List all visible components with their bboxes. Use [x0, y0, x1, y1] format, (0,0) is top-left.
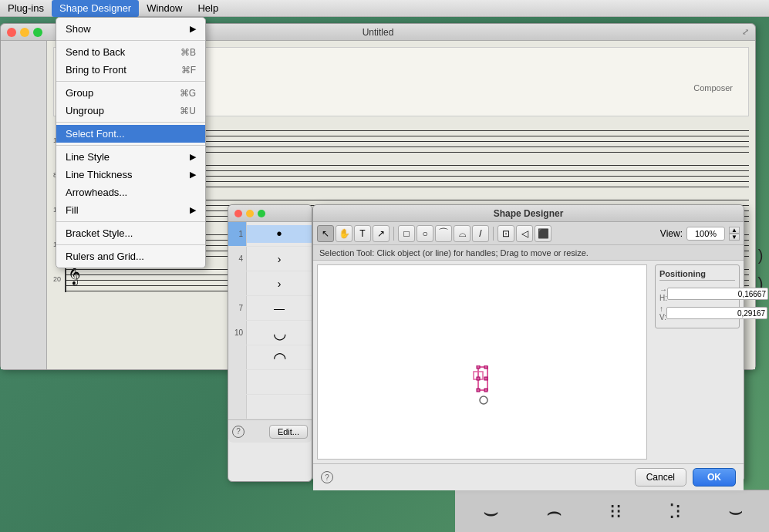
- shape-help-icon[interactable]: ?: [321, 471, 333, 483]
- panel-footer: ? Edit...: [228, 419, 312, 443]
- svg-rect-7: [484, 377, 487, 380]
- menu-item-send-back[interactable]: Send to Back ⌘B: [56, 43, 205, 61]
- cancel-button[interactable]: Cancel: [635, 468, 686, 487]
- text-tool-btn[interactable]: T: [354, 225, 371, 242]
- fill-arrow-icon: ▶: [190, 205, 196, 215]
- bottom-sym-5: ⌣: [728, 498, 744, 525]
- hand-tool-btn[interactable]: ✋: [336, 225, 352, 242]
- arrow-tool-btn[interactable]: ◁: [516, 225, 533, 242]
- menu-sep-4: [56, 145, 205, 146]
- menu-item-ungroup[interactable]: Ungroup ⌘U: [56, 102, 205, 120]
- sym-content-7: —: [247, 302, 312, 315]
- traffic-lights: [7, 28, 42, 37]
- menubar-window[interactable]: Window: [139, 0, 190, 17]
- line-tool-btn[interactable]: /: [472, 225, 489, 242]
- menubar-help[interactable]: Help: [190, 0, 226, 17]
- ok-button[interactable]: OK: [693, 468, 736, 487]
- menu-label-bring-front: Bring to Front: [66, 64, 126, 76]
- edit-button[interactable]: Edit...: [269, 425, 308, 439]
- sym-content-1: •: [247, 225, 312, 243]
- sym-content-4: ›: [247, 253, 312, 265]
- h-value-input[interactable]: [667, 288, 768, 300]
- symbol-row-extra2[interactable]: [228, 395, 312, 419]
- sym-num-1: 1: [228, 222, 247, 246]
- side-sym-1: ): [758, 247, 764, 264]
- menu-item-rulers-grid[interactable]: Rulers and Grid...: [56, 247, 205, 265]
- svg-rect-6: [477, 377, 480, 380]
- shape-canvas[interactable]: [317, 264, 647, 460]
- menu-item-fill[interactable]: Fill ▶: [56, 201, 205, 219]
- canvas-element-circle[interactable]: [478, 395, 489, 406]
- zoom-icon[interactable]: ⤢: [742, 27, 749, 37]
- symbol-row-7[interactable]: 7 —: [228, 296, 312, 321]
- panel-minimize[interactable]: [246, 210, 254, 217]
- sym-num-4: 4: [228, 247, 247, 271]
- shape-designer-dialog: Shape Designer ↖ ✋ T ↗ □ ○ ⌒ ⌓ / ⊡ ◁ ⬛ V…: [312, 204, 744, 482]
- rect-tool-btn[interactable]: □: [398, 225, 415, 242]
- svg-rect-4: [477, 389, 480, 392]
- maximize-button[interactable]: [33, 28, 42, 37]
- symbol-row-extra1[interactable]: [228, 370, 312, 395]
- group-shortcut: ⌘G: [180, 88, 196, 99]
- menu-item-bracket-style[interactable]: Bracket Style...: [56, 224, 205, 242]
- view-stepper[interactable]: ▲ ▼: [729, 227, 740, 241]
- bottom-sym-2: ⌢: [546, 497, 562, 526]
- menu-item-arrowheads[interactable]: Arrowheads...: [56, 184, 205, 201]
- minimize-button[interactable]: [20, 28, 29, 37]
- menu-sep-6: [56, 244, 205, 245]
- positioning-title: Positioning: [659, 269, 735, 281]
- menu-item-select-font[interactable]: Select Font...: [56, 125, 205, 143]
- show-arrow-icon: ▶: [190, 24, 196, 34]
- line-style-arrow-icon: ▶: [190, 152, 196, 162]
- svg-rect-2: [477, 365, 480, 369]
- menu-item-line-thickness[interactable]: Line Thickness ▶: [56, 166, 205, 184]
- shape-body: Positioning → H: ↑ V:: [313, 261, 744, 463]
- menu-label-rulers-grid: Rulers and Grid...: [66, 251, 144, 262]
- menu-label-line-style: Line Style: [66, 151, 110, 163]
- menu-item-group[interactable]: Group ⌘G: [56, 84, 205, 102]
- panel-titlebar: [228, 205, 312, 222]
- bottom-sym-3: ⁝⁝: [609, 500, 622, 524]
- menu-label-line-thickness: Line Thickness: [66, 169, 132, 180]
- select-tool-btn[interactable]: ↖: [317, 225, 334, 242]
- frame-tool-btn[interactable]: ⊡: [497, 225, 514, 242]
- image-tool-btn[interactable]: ⬛: [535, 225, 551, 242]
- curve-tool-btn[interactable]: ⌓: [454, 225, 471, 242]
- toolbar-sep-1: [393, 227, 394, 241]
- menubar-plugins[interactable]: Plug-ins: [0, 0, 52, 17]
- view-input[interactable]: [686, 227, 725, 241]
- arc-tool-btn[interactable]: ⌒: [435, 225, 452, 242]
- symbol-row-10b[interactable]: ◠: [228, 345, 312, 370]
- sym-num-7: 7: [228, 296, 247, 320]
- panel-close[interactable]: [234, 210, 242, 217]
- sym-num-extra2: [228, 395, 247, 419]
- bottom-symbols-bar: ⌣ ⌢ ⁝⁝ ⁚⁝ ⌣: [455, 490, 769, 532]
- v-value-input[interactable]: [666, 307, 767, 319]
- menu-item-bring-front[interactable]: Bring to Front ⌘F: [56, 61, 205, 79]
- menu-label-ungroup: Ungroup: [66, 105, 104, 116]
- shape-buttons: Cancel OK: [635, 468, 736, 487]
- symbol-row-4[interactable]: 4 ›: [228, 247, 312, 271]
- pointer-tool-btn[interactable]: ↗: [373, 225, 390, 242]
- line-thickness-arrow-icon: ▶: [190, 170, 196, 180]
- menu-item-show[interactable]: Show ▶: [56, 20, 205, 38]
- sym-num-10b: [228, 345, 247, 369]
- menu-label-select-font: Select Font...: [66, 128, 125, 140]
- panel-help-icon[interactable]: ?: [232, 426, 245, 438]
- shape-right-panel: Positioning → H: ↑ V:: [651, 261, 744, 463]
- symbol-row-1[interactable]: 1 •: [228, 222, 312, 247]
- menu-sep-1: [56, 40, 205, 41]
- menubar-shape-designer[interactable]: Shape Designer: [52, 0, 139, 17]
- symbol-row-4b[interactable]: ›: [228, 271, 312, 296]
- ellipse-tool-btn[interactable]: ○: [417, 225, 433, 242]
- svg-rect-5: [484, 389, 487, 392]
- bring-front-shortcut: ⌘F: [181, 65, 196, 76]
- stepper-up[interactable]: ▲: [729, 227, 740, 234]
- close-button[interactable]: [7, 28, 16, 37]
- stepper-down[interactable]: ▼: [729, 234, 740, 241]
- symbol-row-10[interactable]: 10 ◡: [228, 321, 312, 345]
- h-label: → H:: [659, 285, 667, 302]
- menu-label-bracket-style: Bracket Style...: [66, 227, 133, 239]
- menu-item-line-style[interactable]: Line Style ▶: [56, 148, 205, 166]
- panel-maximize[interactable]: [258, 210, 265, 217]
